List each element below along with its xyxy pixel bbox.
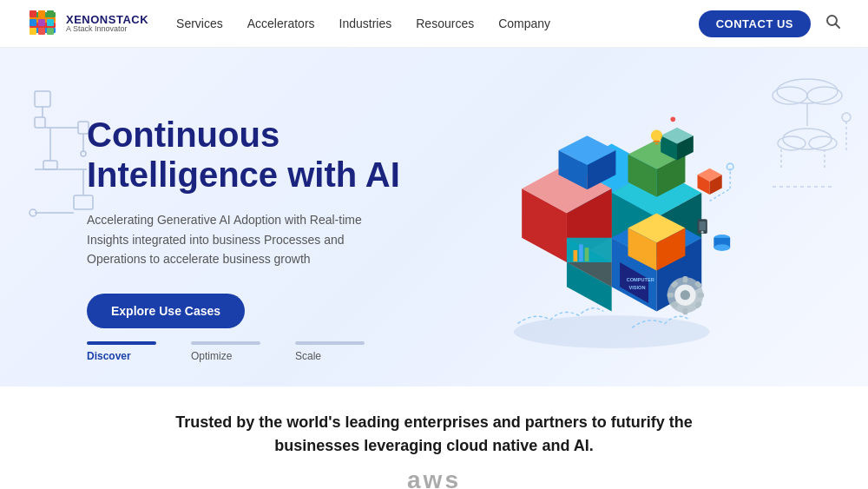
xenonstack-logo-icon bbox=[26, 7, 59, 40]
nav-link-resources[interactable]: Resources bbox=[416, 17, 474, 30]
svg-rect-15 bbox=[35, 91, 50, 107]
nav-right: CONTACT US bbox=[699, 10, 842, 37]
svg-rect-87 bbox=[585, 248, 589, 261]
aws-logo-hint: aws bbox=[35, 466, 833, 489]
hero-section: Continuous Intelligence with AI Accelera… bbox=[0, 48, 868, 387]
svg-text:VISION: VISION bbox=[629, 285, 646, 290]
tab-bar-discover bbox=[87, 341, 156, 345]
svg-point-97 bbox=[701, 231, 704, 234]
tab-discover[interactable]: Discover bbox=[87, 341, 156, 362]
svg-line-14 bbox=[836, 23, 840, 28]
tab-scale[interactable]: Scale bbox=[295, 341, 365, 362]
iso-blocks: COMPUTER VISION bbox=[469, 91, 746, 352]
svg-rect-79 bbox=[667, 293, 674, 298]
svg-rect-80 bbox=[698, 293, 705, 298]
svg-rect-8 bbox=[38, 19, 45, 26]
logo-sub-text: A Stack Innovator bbox=[66, 25, 148, 33]
svg-rect-16 bbox=[35, 117, 45, 128]
logo-text: XENONSTACK A Stack Innovator bbox=[66, 14, 148, 33]
svg-point-100 bbox=[714, 244, 731, 251]
svg-rect-5 bbox=[38, 10, 45, 17]
svg-point-41 bbox=[514, 315, 710, 348]
tab-label-optimize: Optimize bbox=[191, 350, 232, 362]
tab-optimize[interactable]: Optimize bbox=[191, 341, 260, 362]
nav-link-industries[interactable]: Industries bbox=[339, 17, 392, 30]
logo[interactable]: XENONSTACK A Stack Innovator bbox=[26, 7, 148, 40]
nav-link-services[interactable]: Services bbox=[176, 17, 223, 30]
nav-link-accelerators[interactable]: Accelerators bbox=[247, 17, 315, 30]
svg-rect-6 bbox=[47, 10, 54, 17]
svg-rect-12 bbox=[47, 28, 54, 35]
svg-rect-7 bbox=[30, 19, 36, 26]
contact-us-button[interactable]: CONTACT US bbox=[699, 10, 811, 37]
nav-links: Services Accelerators Industries Resourc… bbox=[176, 17, 550, 30]
svg-rect-86 bbox=[579, 244, 583, 261]
nav-left: XENONSTACK A Stack Innovator Services Ac… bbox=[26, 7, 550, 40]
svg-point-39 bbox=[842, 113, 851, 122]
nav-link-company[interactable]: Company bbox=[498, 17, 550, 30]
navbar: XENONSTACK A Stack Innovator Services Ac… bbox=[0, 0, 868, 48]
svg-rect-96 bbox=[700, 221, 707, 230]
trusted-section: Trusted by the world's leading enterpris… bbox=[0, 387, 868, 489]
tab-label-scale: Scale bbox=[295, 350, 321, 362]
hero-tabs: Discover Optimize Scale bbox=[87, 341, 365, 362]
svg-rect-78 bbox=[683, 308, 688, 315]
svg-rect-77 bbox=[683, 276, 688, 283]
trusted-title: Trusted by the world's leading enterpris… bbox=[156, 411, 712, 458]
svg-rect-85 bbox=[574, 250, 578, 261]
hero-description: Accelerating Generative AI Adoption with… bbox=[87, 210, 365, 268]
svg-rect-23 bbox=[43, 161, 57, 169]
svg-point-76 bbox=[681, 290, 690, 300]
search-icon[interactable] bbox=[825, 13, 842, 35]
hero-title: Continuous Intelligence with AI bbox=[87, 115, 400, 195]
svg-rect-10 bbox=[30, 28, 36, 35]
svg-rect-9 bbox=[47, 19, 54, 26]
tab-bar-optimize bbox=[191, 341, 260, 345]
hero-illustration: COMPUTER VISION bbox=[400, 74, 816, 369]
svg-point-91 bbox=[651, 130, 662, 142]
svg-rect-11 bbox=[38, 28, 45, 35]
svg-text:COMPUTER: COMPUTER bbox=[627, 277, 654, 282]
explore-use-cases-button[interactable]: Explore Use Cases bbox=[87, 294, 245, 328]
svg-point-94 bbox=[671, 117, 676, 122]
svg-rect-4 bbox=[30, 10, 36, 17]
tab-label-discover: Discover bbox=[87, 350, 131, 362]
tab-bar-scale bbox=[295, 341, 365, 345]
hero-content: Continuous Intelligence with AI Accelera… bbox=[87, 115, 400, 327]
